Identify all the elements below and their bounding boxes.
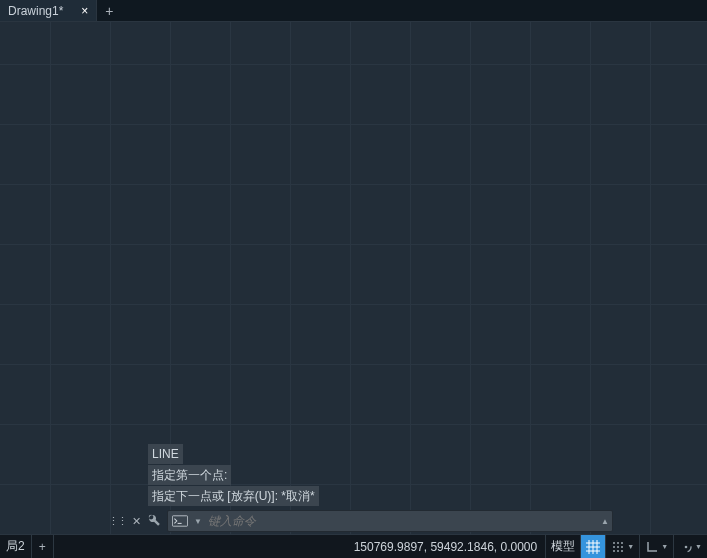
- chevron-down-icon[interactable]: ▼: [192, 517, 204, 526]
- svg-point-9: [617, 542, 619, 544]
- polar-toggle-button[interactable]: ▼: [673, 535, 707, 558]
- model-space-button[interactable]: 模型: [545, 535, 580, 558]
- command-input[interactable]: [204, 514, 598, 528]
- add-layout-button[interactable]: +: [32, 535, 54, 558]
- svg-point-14: [613, 550, 615, 552]
- grid-toggle-button[interactable]: [580, 535, 605, 558]
- status-bar: 局2 + 150769.9897, 59492.1846, 0.0000 模型 …: [0, 534, 707, 558]
- snap-icon: [611, 540, 625, 554]
- svg-point-12: [617, 546, 619, 548]
- grid-icon: [586, 540, 600, 554]
- ortho-icon: [645, 540, 659, 554]
- command-line-row: ⋮⋮ ✕ ▼ ▲: [108, 510, 613, 532]
- close-icon[interactable]: ✕: [132, 515, 141, 528]
- chevron-down-icon[interactable]: ▼: [695, 543, 702, 550]
- cmd-history-line: 指定下一点或 [放弃(U)]: *取消*: [148, 486, 319, 506]
- document-tab-active[interactable]: Drawing1* ×: [0, 0, 97, 21]
- svg-point-15: [617, 550, 619, 552]
- cmd-history-line: LINE: [148, 444, 183, 464]
- snap-toggle-button[interactable]: ▼: [605, 535, 639, 558]
- layout-tab-label: 局2: [6, 538, 25, 555]
- cursor-coordinates: 150769.9897, 59492.1846, 0.0000: [346, 540, 546, 554]
- tab-label: Drawing1*: [8, 4, 63, 18]
- command-prompt-icon[interactable]: [168, 511, 192, 531]
- svg-point-8: [613, 542, 615, 544]
- svg-point-18: [685, 545, 688, 548]
- drag-handle-icon[interactable]: ⋮⋮: [108, 515, 126, 528]
- svg-point-10: [621, 542, 623, 544]
- command-history: LINE 指定第一个点: 指定下一点或 [放弃(U)]: *取消*: [148, 444, 319, 506]
- close-icon[interactable]: ×: [81, 4, 88, 18]
- svg-point-11: [613, 546, 615, 548]
- document-tabbar: Drawing1* × +: [0, 0, 707, 22]
- command-input-wrap: ▼ ▲: [167, 510, 613, 532]
- svg-rect-0: [172, 516, 187, 526]
- chevron-up-icon[interactable]: ▲: [598, 517, 612, 526]
- model-label: 模型: [551, 538, 575, 555]
- chevron-down-icon[interactable]: ▼: [661, 543, 668, 550]
- cmd-history-line: 指定第一个点:: [148, 465, 231, 485]
- svg-point-16: [621, 550, 623, 552]
- customize-icon[interactable]: [147, 513, 161, 530]
- chevron-down-icon[interactable]: ▼: [627, 543, 634, 550]
- polar-icon: [679, 540, 693, 554]
- svg-point-13: [621, 546, 623, 548]
- ortho-toggle-button[interactable]: ▼: [639, 535, 673, 558]
- drawing-canvas[interactable]: [0, 22, 707, 534]
- new-tab-button[interactable]: +: [97, 0, 121, 21]
- layout-tab[interactable]: 局2: [0, 535, 32, 558]
